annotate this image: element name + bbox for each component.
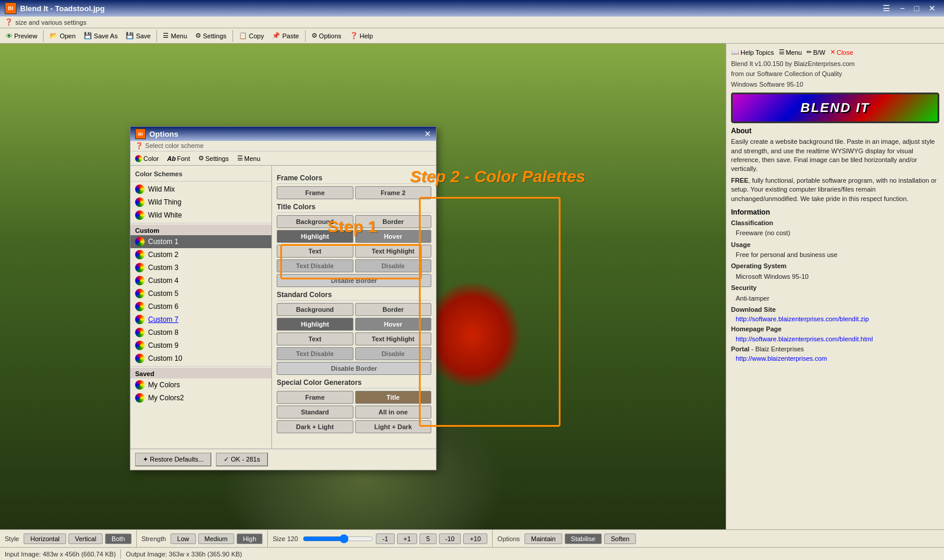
title-texthighlight-button[interactable]: Text Highlight xyxy=(355,245,432,258)
open-icon: 📂 xyxy=(50,32,58,39)
scheme-item-custom1[interactable]: Custom 1 xyxy=(130,235,271,248)
title-background-button[interactable]: Background xyxy=(277,215,353,228)
save-as-icon: 💾 xyxy=(84,32,92,39)
scheme-label: Custom 10 xyxy=(148,354,182,363)
restore-defaults-button[interactable]: ✦ Restore Defaults... xyxy=(135,453,211,466)
std-texthighlight-button[interactable]: Text Highlight xyxy=(355,332,432,345)
paste-button[interactable]: 📌 Paste xyxy=(268,31,302,41)
download-label: Download Site xyxy=(731,305,939,314)
vertical-button[interactable]: Vertical xyxy=(68,533,103,544)
scheme-item-custom3[interactable]: Custom 3 xyxy=(130,261,271,274)
soften-button[interactable]: Soften xyxy=(604,533,636,544)
options-button[interactable]: ⚙ Options xyxy=(308,31,345,41)
std-disableborder-button[interactable]: Disable Border xyxy=(277,362,431,375)
info-title: Information xyxy=(731,208,939,216)
std-hover-button[interactable]: Hover xyxy=(355,318,432,331)
frame2-button[interactable]: Frame 2 xyxy=(355,186,432,199)
copy-button[interactable]: 📋 Copy xyxy=(235,31,268,41)
size-5-button[interactable]: 5 xyxy=(419,533,436,544)
menu-toolbar-button[interactable]: ☰ Menu xyxy=(159,31,191,41)
homepage-url[interactable]: http://software.blaizenterprises.com/ble… xyxy=(731,335,939,342)
gen-darklight-button[interactable]: Dark + Light xyxy=(277,420,353,433)
scheme-item-mycolors2[interactable]: My Colors2 xyxy=(130,391,271,404)
title-colors-grid: Background Border Highlight Hover Text T… xyxy=(277,215,431,287)
both-button[interactable]: Both xyxy=(105,533,132,544)
ok-button[interactable]: ✓ OK - 281s xyxy=(216,453,268,466)
menu-button[interactable]: ☰ xyxy=(879,2,894,14)
maximize-button[interactable]: □ xyxy=(911,2,923,14)
size-minus10-button[interactable]: -10 xyxy=(439,533,461,544)
gen-standard-button[interactable]: Standard xyxy=(277,406,353,419)
size-slider[interactable] xyxy=(303,534,373,543)
font-icon: Ab xyxy=(167,155,176,162)
size-plus10-button[interactable]: +10 xyxy=(463,533,487,544)
low-button[interactable]: Low xyxy=(171,533,195,544)
save-as-button[interactable]: 💾 Save As xyxy=(80,31,121,41)
download-url[interactable]: http://software.blaizenterprises.com/ble… xyxy=(731,315,939,322)
scheme-item-custom10[interactable]: Custom 10 xyxy=(130,352,271,365)
scheme-item-wild-mix[interactable]: Wild Mix xyxy=(130,183,271,196)
settings-button[interactable]: ⚙ Settings xyxy=(192,31,230,41)
std-border-button[interactable]: Border xyxy=(355,303,432,316)
status-icon: ❓ xyxy=(5,18,13,26)
title-textdisable-button[interactable]: Text Disable xyxy=(277,259,353,272)
scheme-item-custom5[interactable]: Custom 5 xyxy=(130,287,271,300)
scheme-item-custom7[interactable]: Custom 7 xyxy=(130,313,271,326)
scheme-color-icon xyxy=(135,328,145,337)
std-textdisable-button[interactable]: Text Disable xyxy=(277,347,353,360)
help-close-button[interactable]: ✕ Close xyxy=(830,48,853,56)
preview-button[interactable]: 👁 Preview xyxy=(2,31,41,41)
help-button[interactable]: ❓ Help xyxy=(346,31,377,41)
open-button[interactable]: 📂 Open xyxy=(46,31,79,41)
high-button[interactable]: High xyxy=(237,533,263,544)
close-button[interactable]: ✕ xyxy=(925,2,939,14)
title-highlight-button[interactable]: Highlight xyxy=(277,230,353,243)
scheme-item-custom8[interactable]: Custom 8 xyxy=(130,326,271,339)
bw-button[interactable]: ✏ B/W xyxy=(807,48,825,56)
options-font-button[interactable]: Ab Font xyxy=(165,154,192,163)
title-disableborder-button[interactable]: Disable Border xyxy=(277,274,431,287)
medium-button[interactable]: Medium xyxy=(198,533,234,544)
portal-url[interactable]: http://www.blaizenterprises.com xyxy=(731,355,939,362)
options-titlebar: BI Options ✕ xyxy=(130,127,436,141)
options-settings-button[interactable]: ⚙ Settings xyxy=(196,154,231,163)
options-close-button[interactable]: ✕ xyxy=(424,129,431,139)
title-hover-button[interactable]: Hover xyxy=(355,230,432,243)
size-minus1-button[interactable]: -1 xyxy=(376,533,395,544)
settings-icon: ⚙ xyxy=(195,32,201,39)
scheme-item-custom6[interactable]: Custom 6 xyxy=(130,300,271,313)
bottom-bar: Style Horizontal Vertical Both Strength … xyxy=(0,529,944,547)
scheme-item-wild-white[interactable]: Wild White xyxy=(130,209,271,222)
title-border-button[interactable]: Border xyxy=(355,215,432,228)
scheme-item-custom4[interactable]: Custom 4 xyxy=(130,274,271,287)
gen-title-button[interactable]: Title xyxy=(355,391,432,404)
scheme-label: Custom 8 xyxy=(148,328,178,337)
paste-icon: 📌 xyxy=(272,32,280,39)
std-highlight-button[interactable]: Highlight xyxy=(277,318,353,331)
size-plus1-button[interactable]: +1 xyxy=(397,533,418,544)
help-topics-button[interactable]: 📖 Help Topics xyxy=(731,48,774,56)
std-background-button[interactable]: Background xyxy=(277,303,353,316)
title-disable-button[interactable]: Disable xyxy=(355,259,432,272)
std-disable-button[interactable]: Disable xyxy=(355,347,432,360)
gen-lightdark-button[interactable]: Light + Dark xyxy=(355,420,432,433)
maintain-button[interactable]: Maintain xyxy=(525,533,562,544)
save-button[interactable]: 💾 Save xyxy=(122,31,154,41)
options-menu-button[interactable]: ☰ Menu xyxy=(235,154,263,163)
frame-button[interactable]: Frame xyxy=(277,186,353,199)
std-text-button[interactable]: Text xyxy=(277,332,353,345)
saved-group-label: Saved xyxy=(130,368,271,378)
gen-allinone-button[interactable]: All in one xyxy=(355,406,432,419)
options-color-button[interactable]: Color xyxy=(133,154,161,163)
horizontal-button[interactable]: Horizontal xyxy=(24,533,66,544)
scheme-item-wild-thing[interactable]: Wild Thing xyxy=(130,196,271,209)
options-footer: ✦ Restore Defaults... ✓ OK - 281s xyxy=(130,449,436,470)
title-text-button[interactable]: Text xyxy=(277,245,353,258)
scheme-item-custom2[interactable]: Custom 2 xyxy=(130,248,271,261)
scheme-item-mycolors[interactable]: My Colors xyxy=(130,378,271,391)
minimize-button[interactable]: − xyxy=(896,2,908,14)
gen-frame-button[interactable]: Frame xyxy=(277,391,353,404)
stabilise-button[interactable]: Stabilise xyxy=(565,533,602,544)
scheme-item-custom9[interactable]: Custom 9 xyxy=(130,339,271,352)
help-menu-button[interactable]: ☰ Menu xyxy=(779,48,802,56)
